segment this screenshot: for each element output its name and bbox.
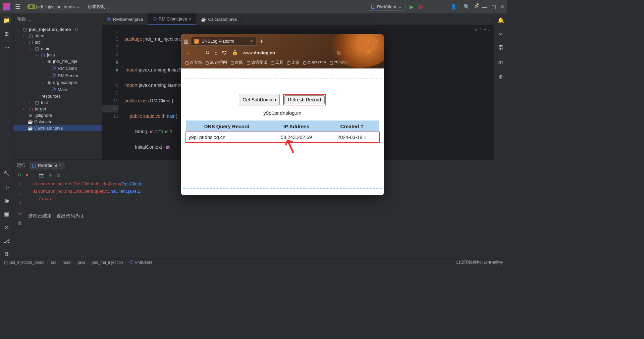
vcs-menu[interactable]: 版本控制 ⌄ [86,2,112,11]
gutter: 1234 5▶ 6▶ 78910 1112 [102,26,121,159]
search-icon[interactable]: 🔍 [464,4,470,10]
run-panel-label[interactable]: 运行 [17,162,25,168]
bookmark-item[interactable]: ▢ 2024护网 [205,60,227,65]
terminal-tool-icon[interactable]: ▣ [3,210,11,218]
services-tool-icon[interactable]: ◉ [3,196,11,204]
watermark: CSDN @hacker routing [460,260,502,264]
tree-root[interactable]: ⌄▢jndi_injection_demo D [13,26,102,33]
trash-icon[interactable]: 🗑 [17,221,22,226]
right-tool-rail: 🔔 ∞ 🗄 m ⊕ [494,13,507,258]
project-selector[interactable]: JD jndi_injection_demo ⌄ [25,3,82,11]
export-icon[interactable]: ⎘ [49,173,52,178]
bookmark-item[interactable]: ▢ 百宝箱 [185,60,202,65]
tab-rmiclient[interactable]: ⒸRMIClient.java× [148,13,197,25]
notifications-icon[interactable]: 🔔 [497,16,505,24]
bookmark-item[interactable]: ▢ 红队 [230,60,243,65]
debug-button[interactable]: 🐞 [418,4,423,9]
bookmark-item[interactable]: ▢ 工具 [271,60,283,65]
database-icon[interactable]: 🗄 [497,44,505,52]
tab-calculator[interactable]: ☕Calculator.java [196,13,241,25]
vcs-tool-icon[interactable]: ⧉ [3,250,11,258]
tree-item[interactable]: ⌄◉jndi_rmi_inje [13,58,102,64]
bookmark-item[interactable]: ▢ CISP-PTE [303,60,326,65]
stop-icon[interactable]: ■ [26,173,29,178]
tree-item[interactable]: ⌄◉org.example [13,79,102,86]
chevron-down-icon: ⌄ [398,4,402,9]
maximize-button[interactable]: ▢ [491,4,496,10]
run-gutter-icon[interactable]: ▶ [116,58,118,66]
new-tab-button[interactable]: + [260,38,264,45]
scroll-icon[interactable]: ⇲ [18,211,21,216]
maven-icon[interactable]: m [497,58,505,66]
tree-item[interactable]: ⌄▢java [13,52,102,58]
rerun-icon[interactable]: ↻ [17,173,21,178]
tree-item[interactable]: ⊘.gitignore [13,112,102,118]
close-button[interactable]: ✕ [500,4,504,10]
bookmark-item[interactable]: ▢ 渗透测试 [247,60,267,65]
editor-more-icon[interactable]: ⋮ [483,13,494,25]
shield-icon[interactable]: 🛡 [222,50,227,56]
tree-item[interactable]: ›▢target [13,106,102,112]
git-tool-icon[interactable]: ⎇ [3,237,11,245]
close-icon[interactable]: × [250,39,253,44]
more-tool-icon[interactable]: ⋯ [3,43,11,51]
down-icon[interactable]: ↓ [18,191,21,196]
close-icon[interactable]: × [59,163,61,168]
refresh-record-button[interactable]: Refresh Record [284,95,325,104]
exit-message: 进程已结束，退出代码为 1 [28,212,491,220]
tree-item[interactable]: ▢resources [13,93,102,99]
sidebar-icon[interactable]: ▥ [184,38,189,44]
problems-tool-icon[interactable]: ⊘ [3,223,11,231]
table-row: y9p1pr.dnslog.cn 58.243.202.69 2024-03-1… [186,132,379,143]
run-config-selector[interactable]: RMIClient ⌄ [368,3,406,11]
code-with-me-icon[interactable]: 👤⁺ [450,4,460,10]
run-gutter-icon[interactable]: ▶ [116,66,118,74]
address-bar[interactable]: www.www.dnslog.cndnslog.cn [243,50,332,55]
browser-window: ▥ D DNSLog Platform × + ⌄ — ▢ ✕ ← → ↻ ⌂ … [181,34,384,195]
tree-item[interactable]: ⒸRMIClient [13,64,102,72]
run-config-icon [32,164,36,167]
tree-item[interactable]: ⌄▢main [13,45,102,52]
tab-rmiserver[interactable]: ⒸRMIServer.java [102,13,148,25]
close-icon[interactable]: × [189,17,191,21]
minimize-button[interactable]: — [482,4,487,10]
tree-item[interactable]: ›▢test [13,99,102,106]
tree-item[interactable]: ☕Calculator [13,118,102,125]
ide-logo-icon [3,3,10,10]
col-ip: IP Address [268,121,325,132]
build-tool-icon[interactable]: 🔨 [3,170,11,178]
camera-icon[interactable]: 📷 [39,173,44,178]
tree-item[interactable]: ⒸRMIServer [13,72,102,79]
more-actions-icon[interactable]: ⋮ [427,4,432,10]
ai-icon[interactable]: ∞ [497,30,505,38]
run-tab[interactable]: RMIClient× [29,162,65,170]
forward-icon[interactable]: → [196,50,201,56]
tree-item[interactable]: ⌄▢src [13,39,102,45]
tree-item[interactable]: ☕Calculator.java [13,125,102,131]
reload-icon[interactable]: ↻ [205,50,210,56]
tree-item[interactable]: ›▢.idea [13,33,102,39]
up-icon[interactable]: ↑ [18,182,21,187]
lock-icon[interactable]: 🔒 [232,50,238,56]
browser-tab[interactable]: D DNSLog Platform × [191,37,257,46]
bookmark-item[interactable]: ▢ 比赛 [287,60,300,65]
globe-icon[interactable]: ⊕ [497,72,505,81]
run-tool-icon[interactable]: ▷ [3,183,11,191]
project-name: jndi_injection_demo [36,4,75,9]
project-tool-icon[interactable]: 📁 [3,16,11,24]
chevron-down-icon: ⌄ [107,4,110,9]
layout-icon[interactable]: ▤ [56,173,60,178]
tree-item[interactable]: ⒸMain [13,86,102,93]
breadcrumb[interactable]: ▢ jndi_injection_demo› src› main› java› … [4,260,152,265]
wrap-icon[interactable]: ⤶ [18,201,21,206]
structure-tool-icon[interactable]: ⊞ [3,30,11,38]
back-icon[interactable]: ← [186,50,191,56]
main-menu-icon[interactable]: ☰ [14,3,21,10]
more-icon[interactable]: ⋮ [65,173,69,178]
settings-icon[interactable]: ⚙ [474,4,478,10]
inspection-badge[interactable]: ✔ 1 ^ ⌄ [474,28,490,32]
project-tree-header[interactable]: 项目 ⌄ [13,13,102,25]
home-icon[interactable]: ⌂ [214,50,217,56]
run-button[interactable]: ▶ [410,4,414,10]
get-subdomain-button[interactable]: Get SubDomain [239,94,280,105]
